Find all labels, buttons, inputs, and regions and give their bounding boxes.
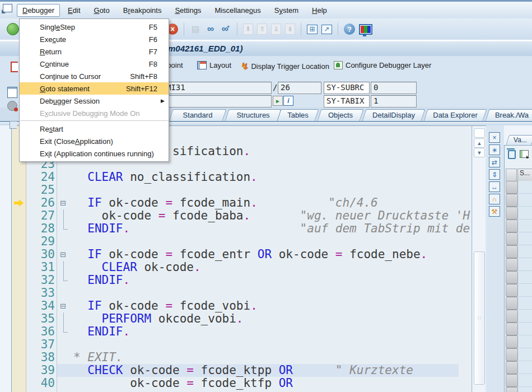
tab-standard[interactable]: Standard xyxy=(171,109,225,121)
row-data-cell[interactable] xyxy=(518,348,532,361)
menu-item-goto-statement[interactable]: Goto statementShift+F12 xyxy=(20,82,169,95)
new-session-icon[interactable] xyxy=(307,25,318,34)
enter-icon[interactable] xyxy=(7,23,19,35)
swap-panels-icon[interactable]: ⇄ xyxy=(489,157,500,167)
fold-collapse-icon[interactable]: ⊟ xyxy=(60,251,66,258)
menu-item-return[interactable]: ReturnF7 xyxy=(20,45,169,58)
code-line[interactable]: 30⊟ IF ok-code = fcode_entr OR ok-code =… xyxy=(12,248,473,261)
menu-item-restart[interactable]: Restart xyxy=(20,123,169,135)
row-header-cell[interactable] xyxy=(506,284,518,297)
edit-source-icon[interactable] xyxy=(7,87,17,98)
code-line[interactable]: 39 CHECK ok-code = fcode_ktpp OR " Kurzt… xyxy=(12,364,473,377)
scroll-down-icon[interactable]: ▼ xyxy=(474,148,485,157)
code-line[interactable]: 27 ok-code = fcode_baba. "wg. neuer Druc… xyxy=(12,209,473,222)
menu-item-execute[interactable]: ExecuteF6 xyxy=(20,33,169,45)
fold-collapse-icon[interactable]: ⊟ xyxy=(60,302,66,310)
create-shortcut-icon[interactable] xyxy=(321,25,332,34)
row-data-cell[interactable] xyxy=(518,335,532,348)
display-trigger-location-button[interactable]: ↯ Display Trigger Location xyxy=(241,61,329,72)
scrollbar-thumb[interactable]: ∷ xyxy=(474,251,485,385)
row-data-cell[interactable] xyxy=(518,310,532,323)
row-header-cell[interactable] xyxy=(506,232,518,245)
window-menu-icon[interactable] xyxy=(3,4,12,12)
menubar-item-edit[interactable]: Edit xyxy=(62,4,86,17)
goto-statement-icon[interactable]: ► xyxy=(273,96,283,106)
row-header-cell[interactable] xyxy=(506,271,518,284)
scroll-up-icon[interactable]: ▲ xyxy=(474,138,485,148)
row-header-cell[interactable] xyxy=(506,361,518,374)
fold-collapse-icon[interactable]: ⊟ xyxy=(60,199,66,207)
row-data-cell[interactable] xyxy=(518,374,532,387)
row-data-cell[interactable] xyxy=(518,181,532,194)
row-header-cell[interactable] xyxy=(506,310,518,323)
row-data-cell[interactable] xyxy=(518,361,532,374)
scroll-top-button[interactable] xyxy=(474,128,485,138)
row-data-cell[interactable] xyxy=(518,207,532,220)
row-header-cell[interactable] xyxy=(506,387,518,392)
tab-tables[interactable]: Tables xyxy=(279,109,317,121)
row-header-cell[interactable] xyxy=(506,207,518,220)
code-line[interactable]: 33 xyxy=(12,287,473,300)
menubar-item-breakpoints[interactable]: Breakpoints xyxy=(118,4,167,17)
row-header-cell[interactable] xyxy=(506,335,518,348)
menubar-item-help[interactable]: Help xyxy=(306,4,333,17)
menu-item-single-step[interactable]: Single StepF5 xyxy=(20,21,169,33)
maximize-icon[interactable]: ⇕ xyxy=(489,169,500,180)
editor-vertical-scrollbar[interactable]: ▲ ▼ ∷ xyxy=(473,126,485,392)
table-column-header[interactable]: S... xyxy=(517,169,532,181)
tab-data-explorer[interactable]: Data Explorer xyxy=(426,109,485,121)
row-data-cell[interactable] xyxy=(518,284,532,297)
code-line[interactable]: 24 CLEAR no_classification. xyxy=(12,171,473,184)
menubar-item-settings[interactable]: Settings xyxy=(169,4,207,17)
code-line[interactable]: 34⊟ IF ok-code = fcode_vobi. xyxy=(12,300,473,312)
tools-icon[interactable]: ⚒ xyxy=(489,206,500,217)
row-header-cell[interactable] xyxy=(506,323,518,335)
row-data-cell[interactable] xyxy=(518,271,532,284)
row-header-cell[interactable] xyxy=(506,374,518,387)
menubar-item-miscellaneous[interactable]: Miscellaneous xyxy=(209,4,266,17)
find-next-icon[interactable] xyxy=(220,24,231,35)
menu-item-debugger-session[interactable]: Debugger Session▶ xyxy=(20,95,169,107)
row-header-cell[interactable] xyxy=(506,245,518,258)
row-data-cell[interactable] xyxy=(518,297,532,310)
row-data-cell[interactable] xyxy=(518,245,532,258)
link-sessions-icon[interactable]: ∩ xyxy=(489,194,500,204)
menu-item-exit-close-application[interactable]: Exit (Close Application) xyxy=(20,135,169,147)
row-data-cell[interactable] xyxy=(518,194,532,207)
row-header-cell[interactable] xyxy=(506,194,518,207)
code-line[interactable]: 40 ok-code = fcode_ktfp OR xyxy=(12,377,473,390)
code-line[interactable]: 37 xyxy=(12,338,473,351)
tab-detaildisplay[interactable]: DetailDisplay xyxy=(364,109,423,121)
configure-debugger-layer-button[interactable]: Configure Debugger Layer xyxy=(334,61,431,69)
layout-button[interactable]: Layout xyxy=(197,61,231,69)
screen-number-field[interactable]: 26 xyxy=(278,82,321,94)
row-data-cell[interactable] xyxy=(518,220,532,232)
row-data-cell[interactable] xyxy=(518,323,532,335)
tab-objects[interactable]: Objects xyxy=(319,109,362,121)
code-line[interactable]: 31 CLEAR ok-code. xyxy=(12,261,473,274)
help-icon[interactable] xyxy=(344,24,355,35)
tab-structures[interactable]: Structures xyxy=(227,109,279,121)
tab-break-wa[interactable]: Break./Wa xyxy=(487,109,532,121)
row-data-cell[interactable] xyxy=(518,387,532,392)
source-code-editor[interactable]: 22 sification.2324 CLEAR no_classificati… xyxy=(11,125,487,392)
row-data-cell[interactable] xyxy=(518,232,532,245)
row-header-cell[interactable] xyxy=(506,297,518,310)
customize-layout-icon[interactable] xyxy=(359,24,372,35)
delete-icon[interactable] xyxy=(508,150,516,159)
table-corner-header[interactable] xyxy=(506,169,517,181)
info-icon[interactable]: i xyxy=(283,96,293,106)
menu-item-continue-to-cursor[interactable]: Continue to CursorShift+F8 xyxy=(20,70,169,82)
row-data-cell[interactable] xyxy=(518,258,532,271)
code-line[interactable]: 25 xyxy=(12,184,473,197)
sy-tabix-label-field[interactable]: SY-TABIX xyxy=(324,95,370,108)
code-line[interactable]: 38* EXIT. xyxy=(12,351,473,364)
menubar-item-debugger[interactable]: Debugger xyxy=(17,4,60,17)
menu-item-continue[interactable]: ContinueF8 xyxy=(20,58,169,70)
menubar-item-system[interactable]: System xyxy=(269,4,304,17)
code-line[interactable]: 29 xyxy=(12,235,473,248)
code-line[interactable]: 35 PERFORM okcode_vobi. xyxy=(12,312,473,325)
row-header-cell[interactable] xyxy=(506,348,518,361)
find-icon[interactable] xyxy=(205,24,216,35)
sy-subrc-label-field[interactable]: SY-SUBRC xyxy=(324,82,370,94)
